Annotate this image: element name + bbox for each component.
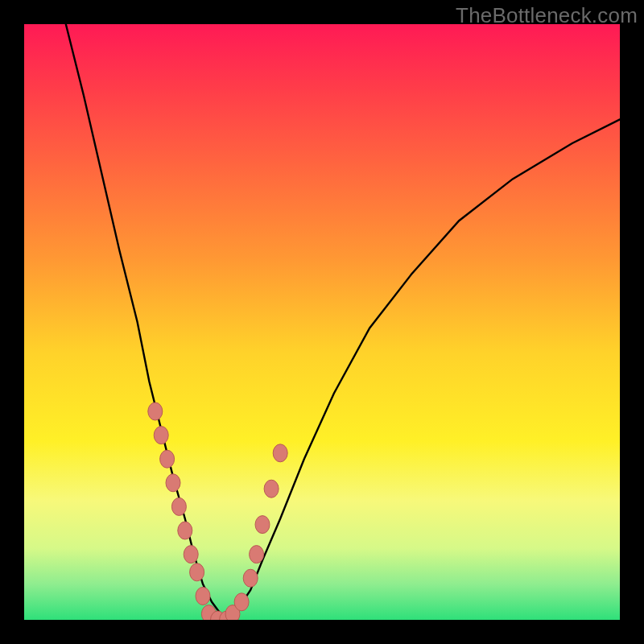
marker-point <box>250 546 264 564</box>
chart-plot-area <box>24 24 620 620</box>
marker-point <box>190 564 204 581</box>
marker-group <box>148 402 287 620</box>
bottleneck-curve <box>66 24 620 620</box>
marker-point <box>255 516 270 534</box>
marker-point <box>234 593 249 611</box>
marker-point <box>273 444 287 462</box>
marker-point <box>154 427 168 444</box>
marker-point <box>166 474 180 492</box>
marker-point <box>160 450 175 468</box>
marker-point <box>178 522 192 539</box>
marker-point <box>184 546 198 564</box>
chart-frame: TheBottleneck.com <box>0 0 644 644</box>
marker-point <box>171 497 186 515</box>
marker-point <box>264 480 279 497</box>
watermark-text: TheBottleneck.com <box>456 3 638 28</box>
marker-point <box>148 402 163 420</box>
marker-point <box>243 569 258 587</box>
marker-point <box>196 587 210 605</box>
chart-svg <box>24 24 620 620</box>
